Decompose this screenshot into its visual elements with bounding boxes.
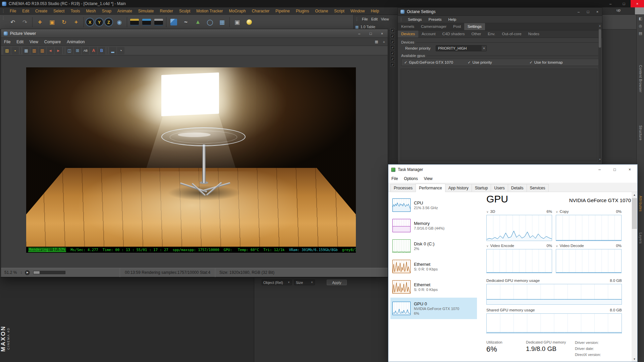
checkbox-checked-icon[interactable]: ✓ xyxy=(404,60,407,65)
menu-window[interactable]: Window xyxy=(347,7,368,15)
open-icon[interactable]: ▨ xyxy=(3,47,11,54)
maximize-button[interactable]: □ xyxy=(607,165,622,175)
tab-users[interactable]: Users xyxy=(491,184,508,192)
octane-menu-presets[interactable]: Presets xyxy=(425,17,445,21)
menu-tools[interactable]: Tools xyxy=(67,7,83,15)
tab-app-history[interactable]: App history xyxy=(445,184,472,192)
render-view-icon[interactable] xyxy=(129,16,140,28)
menu-render[interactable]: Render xyxy=(157,7,176,15)
x-axis-lock-icon[interactable]: X xyxy=(86,18,94,26)
menu-motion-tracker[interactable]: Motion Tracker xyxy=(193,7,226,15)
scroll-up-icon[interactable]: ▲ xyxy=(632,192,637,197)
sidebar-item-memory[interactable]: Memory 7.0/16.0 GB (44%) xyxy=(390,216,477,235)
add-cube-icon[interactable] xyxy=(168,16,179,28)
menu-simulate[interactable]: Simulate xyxy=(135,7,157,15)
check-icon[interactable]: ✓ xyxy=(390,51,395,55)
tab-kernels[interactable]: Kernels xyxy=(398,23,418,30)
image-a-icon[interactable]: A xyxy=(90,47,97,54)
scale-tool-icon[interactable]: ▣ xyxy=(46,16,58,28)
menu-mograph[interactable]: MoGraph xyxy=(226,7,249,15)
compare-ab-icon[interactable]: AB xyxy=(82,47,89,54)
undo-icon[interactable]: ↶ xyxy=(7,16,18,28)
add-spline-icon[interactable]: ◯ xyxy=(204,16,216,28)
filmstrip-icon[interactable]: ▥ xyxy=(31,47,38,54)
add-deformer-icon[interactable]: ▦ xyxy=(216,16,228,28)
close-button[interactable]: × xyxy=(593,9,602,15)
maximize-button[interactable]: □ xyxy=(583,9,593,15)
octane-titlebar[interactable]: Octane Settings – □ × xyxy=(398,8,602,16)
pv-menu-animation[interactable]: Animation xyxy=(64,40,88,44)
scrollbar-thumb[interactable] xyxy=(632,198,637,229)
menu-animate[interactable]: Animate xyxy=(114,7,135,15)
pv-menu-edit[interactable]: Edit xyxy=(13,40,26,44)
dock-grid-icon[interactable]: ▦ xyxy=(373,40,380,44)
menu-pipeline[interactable]: Pipeline xyxy=(272,7,293,15)
menu-character[interactable]: Character xyxy=(249,7,273,15)
checkbox-checked-icon[interactable]: ✓ xyxy=(529,60,532,65)
octane-menu-settings[interactable]: Settings xyxy=(405,17,425,21)
menu-plugins[interactable]: Plugins xyxy=(293,7,312,15)
check-icon[interactable]: ✓ xyxy=(390,40,395,44)
check-icon[interactable]: ✓ xyxy=(390,28,395,33)
render-priority-dropdown[interactable]: PRIORITY_HIGH▼ xyxy=(436,45,487,51)
zoom-slider[interactable] xyxy=(33,271,65,274)
dock-move-icon[interactable]: + xyxy=(380,40,388,44)
size-dropdown[interactable]: Size▼ xyxy=(294,280,315,285)
stopwatch-icon[interactable]: ◔ xyxy=(117,47,124,54)
coordinate-system-icon[interactable]: ◉ xyxy=(114,16,125,28)
redo-icon[interactable]: ↷ xyxy=(19,16,31,28)
frame-forward-icon[interactable]: ▶ xyxy=(55,47,62,54)
panel-menu-edit[interactable]: Edit xyxy=(370,17,379,21)
subtab-account[interactable]: Account xyxy=(418,31,439,38)
subtab-out-of-core[interactable]: Out-of-core xyxy=(499,31,525,38)
menu-help[interactable]: Help xyxy=(368,7,382,15)
compare-grid-icon[interactable]: ⊞ xyxy=(74,47,81,54)
menu-edit[interactable]: Edit xyxy=(19,7,32,15)
sidebar-item-gpu[interactable]: GPU 0 NVIDIA GeForce GTX 1070 6% xyxy=(390,298,477,319)
list-icon[interactable]: ▤ xyxy=(637,29,644,37)
check-icon[interactable]: ✓ xyxy=(390,34,395,38)
compare-split-icon[interactable]: ◫ xyxy=(66,47,73,54)
scrollbar-thumb[interactable] xyxy=(599,29,601,48)
close-button[interactable]: × xyxy=(631,0,644,7)
close-button[interactable]: × xyxy=(622,165,637,175)
image-b-icon[interactable]: B xyxy=(98,47,105,54)
close-button[interactable]: × xyxy=(376,30,388,37)
channels-icon[interactable]: ▦ xyxy=(22,47,30,54)
check-icon[interactable]: ✓ xyxy=(390,62,395,67)
pointer-icon[interactable]: ◧ xyxy=(637,15,644,22)
panel-item-label[interactable]: 1.0 Table xyxy=(360,25,375,29)
frame-back-icon[interactable]: ◀ xyxy=(47,47,54,54)
subtab-c4d-shaders[interactable]: C4D shaders xyxy=(439,31,468,38)
minimize-button[interactable]: – xyxy=(574,9,583,15)
picture-viewer-titlebar[interactable]: Picture Viewer – □ × xyxy=(1,29,388,38)
object-rel-dropdown[interactable]: Object (Rel)▼ xyxy=(262,280,292,285)
apply-button[interactable]: Apply xyxy=(327,280,347,285)
y-axis-lock-icon[interactable]: Y xyxy=(95,18,104,26)
scroll-down-icon[interactable]: ▼ xyxy=(632,356,637,362)
add-light-icon[interactable] xyxy=(244,16,255,28)
tab-layers[interactable]: Layers xyxy=(639,233,642,244)
render-picture-viewer-icon[interactable] xyxy=(141,16,152,28)
sidebar-item-disk[interactable]: Disk 0 (C:) 2% xyxy=(390,236,477,256)
task-manager-titlebar[interactable]: Task Manager – □ × xyxy=(388,165,637,175)
subtab-devices[interactable]: Devices xyxy=(398,31,418,38)
menu-select[interactable]: Select xyxy=(50,7,67,15)
tab-settings[interactable]: Settings xyxy=(464,23,485,30)
minimize-button[interactable]: – xyxy=(592,165,607,175)
panel-menu-view[interactable]: View xyxy=(379,17,391,21)
menu-script[interactable]: Script xyxy=(331,7,347,15)
tab-processes[interactable]: Processes xyxy=(390,184,416,192)
tab-startup[interactable]: Startup xyxy=(472,184,491,192)
sidebar-item-ethernet-2[interactable]: Ethernet S: 0 R: 0 Kbps xyxy=(390,277,477,297)
tab-details[interactable]: Details xyxy=(508,184,527,192)
save-icon[interactable]: ▪ xyxy=(11,47,19,54)
add-camera-icon[interactable]: ▣ xyxy=(231,16,243,28)
maximize-button[interactable]: □ xyxy=(365,30,376,37)
scroll-down-icon[interactable]: ▼ xyxy=(598,158,601,161)
histogram-icon[interactable]: ▂ xyxy=(109,47,116,54)
menu-file[interactable]: File xyxy=(7,7,19,15)
menu-create[interactable]: Create xyxy=(32,7,50,15)
tab-cameraimager[interactable]: Cameraimager xyxy=(418,23,450,30)
octane-scrollbar[interactable]: ▲ ▼ xyxy=(598,24,601,162)
